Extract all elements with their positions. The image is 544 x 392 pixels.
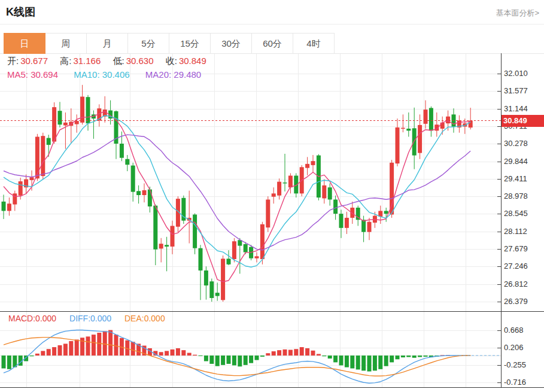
- candle-body: [131, 166, 135, 192]
- candle-body: [333, 199, 338, 214]
- y-axis-tick-label: 28.112: [504, 226, 542, 237]
- page-title: K线图: [6, 5, 35, 19]
- y-axis-tick-label: 31.577: [504, 86, 542, 96]
- candle-body: [148, 190, 152, 206]
- macd-hist-bar: [221, 355, 225, 365]
- macd-hist-bar: [63, 344, 68, 355]
- macd-hist-bar: [300, 347, 304, 355]
- macd-hist-bar: [317, 354, 321, 355]
- high-value: 31.166: [73, 56, 101, 66]
- macd-hist-bar: [52, 347, 56, 355]
- candle-body: [424, 110, 428, 124]
- candle-body: [120, 144, 124, 158]
- macd-hist-bar: [204, 355, 208, 361]
- candle-body: [232, 241, 236, 259]
- period-tab-8[interactable]: 4时: [293, 33, 335, 54]
- candle-body: [367, 222, 372, 232]
- current-price-badge: 30.849: [502, 115, 544, 127]
- candle-body: [204, 271, 208, 285]
- y-axis-tick-label: 29.844: [504, 156, 542, 167]
- macd-hist-bar: [283, 350, 287, 355]
- macd-hist-bar: [367, 355, 372, 372]
- ma-legend: MA5: 30.694 MA10: 30.406 MA20: 29.480: [7, 69, 214, 80]
- macd-hist-bar: [75, 339, 79, 355]
- candle-body: [209, 281, 214, 298]
- y-axis-tick-label: -0.255: [504, 360, 542, 370]
- macd-hist-bar: [384, 355, 388, 366]
- y-axis-tick-label: 31.144: [504, 104, 542, 114]
- macd-hist-bar: [424, 355, 428, 357]
- period-tab-6[interactable]: 30分: [210, 33, 252, 54]
- y-axis-tick-label: 27.246: [504, 261, 542, 272]
- close-label: 收:: [166, 56, 177, 66]
- macd-hist-bar: [356, 355, 360, 369]
- ma20-line: [4, 135, 470, 250]
- macd-hist-bar: [227, 355, 231, 364]
- ma5-legend: MA5: 30.694: [7, 69, 58, 80]
- macd-hist-bar: [322, 355, 326, 356]
- macd-hist-bar: [165, 351, 169, 355]
- ohlc-legend: 开:30.677 高:31.166 低:30.630 收:30.849: [7, 56, 216, 67]
- macd-hist-bar: [260, 355, 265, 357]
- candle-body: [401, 128, 405, 129]
- candle-body: [63, 123, 68, 126]
- candle-body: [227, 259, 231, 264]
- candle-body: [272, 193, 276, 196]
- dea-value: DEA:0.000: [124, 314, 165, 323]
- macd-hist-bar: [277, 350, 281, 355]
- candle-body: [47, 138, 51, 145]
- high-label: 高:: [60, 56, 71, 66]
- y-axis-tick-label: 0.206: [504, 342, 542, 353]
- candle-body: [350, 208, 354, 218]
- macd-hist-bar: [41, 351, 45, 355]
- low-value: 30.630: [126, 56, 154, 66]
- ma20-legend: MA20: 29.480: [145, 69, 201, 80]
- candle-body: [322, 186, 326, 199]
- macd-hist-bar: [294, 349, 298, 355]
- macd-hist-bar: [418, 355, 422, 357]
- low-label: 低:: [113, 56, 124, 66]
- candle-body: [255, 256, 259, 258]
- candle-body: [221, 259, 225, 300]
- kline-chart-canvas[interactable]: [0, 53, 544, 388]
- fundamental-analysis-link[interactable]: 基本面分析>: [496, 8, 539, 19]
- macd-hist-bar: [97, 333, 101, 355]
- candle-body: [339, 214, 344, 228]
- macd-hist-bar: [272, 351, 276, 355]
- macd-hist-bar: [131, 342, 135, 355]
- period-tab-4[interactable]: 5分: [127, 33, 169, 54]
- candle-body: [7, 203, 11, 211]
- macd-hist-bar: [390, 355, 394, 362]
- y-axis-tick-label: 27.679: [504, 244, 542, 254]
- macd-hist-bar: [350, 355, 354, 369]
- macd-hist-bar: [47, 349, 51, 355]
- candle-body: [215, 293, 220, 296]
- macd-hist-bar: [181, 350, 186, 355]
- period-tab-3[interactable]: 月: [86, 33, 128, 54]
- period-tab-2[interactable]: 周: [45, 33, 87, 54]
- candle-body: [277, 182, 281, 196]
- period-tab-5[interactable]: 15分: [169, 33, 211, 54]
- diff-value: DIFF:0.000: [69, 314, 111, 323]
- macd-hist-bar: [215, 355, 220, 366]
- candle-body: [288, 176, 293, 188]
- macd-hist-bar: [7, 355, 11, 369]
- macd-hist-bar: [401, 355, 405, 357]
- candle-body: [75, 121, 79, 124]
- macd-hist-bar: [86, 336, 90, 355]
- macd-hist-bar: [176, 348, 180, 355]
- candle-body: [396, 127, 400, 163]
- macd-hist-bar: [114, 335, 118, 355]
- period-tab-1[interactable]: 日: [4, 33, 45, 54]
- macd-legend: MACD:0.000 DIFF:0.000 DEA:0.000: [8, 314, 176, 323]
- period-tab-7[interactable]: 60分: [251, 33, 293, 54]
- macd-hist-bar: [333, 355, 338, 362]
- open-value: 30.677: [20, 56, 48, 66]
- macd-hist-bar: [244, 355, 248, 365]
- macd-hist-bar: [361, 355, 366, 370]
- candle-body: [86, 97, 90, 123]
- macd-hist-bar: [345, 355, 349, 367]
- candle-body: [80, 96, 84, 122]
- ma10-legend: MA10: 30.406: [74, 69, 129, 80]
- macd-hist-bar: [396, 355, 400, 359]
